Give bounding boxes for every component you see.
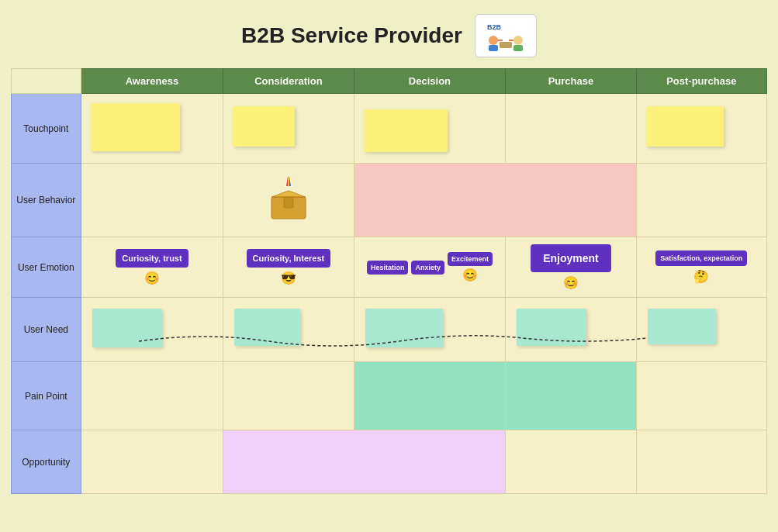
box-icon [264,175,313,225]
cell-emotion-consideration: Curiosity, Interest 😎 [223,237,354,298]
label-opportunity: Opportunity [12,430,81,494]
cell-opp-purchase [506,430,636,494]
col-header-postpurchase: Post-purchase [636,69,766,94]
grid-table: Awareness Consideration Decision Purchas… [11,68,767,494]
sticky-note [646,106,724,147]
emotion-tag-anxiety: Anxiety [411,261,444,275]
cell-pain-consideration [223,362,354,430]
svg-text:B2B: B2B [487,23,502,31]
svg-point-4 [513,36,523,45]
emoji-consideration: 😎 [281,271,296,285]
cell-pain-postpurchase [636,362,766,430]
cell-touchpoint-consideration [223,94,354,164]
cell-emotion-awareness: Curiosity, trust 😊 [81,237,223,298]
emotion-tag-enjoyment: Enjoyment [531,244,611,272]
journey-map: Awareness Consideration Decision Purchas… [11,68,767,494]
col-header-purchase: Purchase [506,69,636,94]
page-title: B2B Service Provider [241,23,462,48]
cell-behavior-postpurchase [636,164,766,237]
cell-behavior-decision [354,164,636,237]
cell-need-postpurchase [636,298,766,362]
emoji-postpurchase: 🤔 [693,269,709,284]
emoji-excitement: 😊 [462,268,478,282]
cell-pain-purchase [506,362,636,430]
label-user-need: User Need [12,298,81,362]
emotion-tag-excitement: Excitement [448,252,493,266]
svg-marker-13 [271,191,306,197]
cell-emotion-postpurchase: Satisfaction, expectation 🤔 [636,237,766,298]
emoji-awareness: 😊 [144,271,160,285]
col-header-awareness: Awareness [81,69,223,94]
header-area: B2B Service Provider B2B [0,0,778,68]
sticky-note [233,106,295,147]
row-user-emotion: User Emotion Curiosity, trust 😊 Curiosit [12,237,767,298]
col-header-decision: Decision [354,69,506,94]
cell-need-decision [354,298,506,362]
sticky-need-postpurchase [648,309,716,344]
cell-need-awareness [81,298,223,362]
emotion-tag-satisfaction: Satisfaction, expectation [655,250,747,266]
emoji-purchase: 😊 [563,275,579,290]
cell-opp-awareness [81,430,223,494]
cell-touchpoint-postpurchase [636,94,766,164]
cell-opp-consideration [223,430,506,494]
cell-behavior-consideration [223,164,354,237]
sticky-need-consideration [234,309,300,346]
cell-pain-awareness [81,362,223,430]
cell-emotion-decision: Hesitation Anxiety Excitement [354,237,506,298]
cell-need-consideration [223,298,354,362]
cell-pain-decision [354,362,506,430]
row-opportunity: Opportunity [12,430,767,494]
svg-rect-15 [284,197,293,208]
row-touchpoint: Touchpoint [12,94,767,164]
cell-touchpoint-awareness [81,94,223,164]
cell-emotion-purchase: Enjoyment 😊 [506,237,636,298]
svg-rect-3 [489,45,498,51]
sticky-need-decision [365,309,443,347]
sticky-need-awareness [92,309,162,347]
sticky-note [364,109,448,152]
cell-opp-postpurchase [636,430,766,494]
label-pain-point: Pain Point [12,362,81,430]
emotion-tag-hesitation: Hesitation [367,261,409,275]
emotion-tag-consideration: Curiosity, Interest [247,249,331,268]
sticky-note [91,103,180,151]
svg-rect-6 [500,42,512,48]
cell-need-purchase [506,298,636,362]
cell-behavior-awareness [81,164,223,237]
row-pain-point: Pain Point [12,362,767,430]
cell-touchpoint-decision [354,94,506,164]
svg-point-2 [489,36,498,45]
row-user-need: User Need [12,298,767,362]
col-header-consideration: Consideration [223,69,354,94]
cell-touchpoint-purchase [506,94,636,164]
svg-rect-5 [513,45,523,51]
logo-box: B2B [475,14,537,57]
sticky-need-purchase [517,309,586,346]
emotion-tag-awareness: Curiosity, trust [116,249,188,268]
label-user-behavior: User Behavior [12,164,81,237]
row-user-behavior: User Behavior [12,164,767,237]
label-touchpoint: Touchpoint [12,94,81,164]
label-user-emotion: User Emotion [12,237,81,298]
